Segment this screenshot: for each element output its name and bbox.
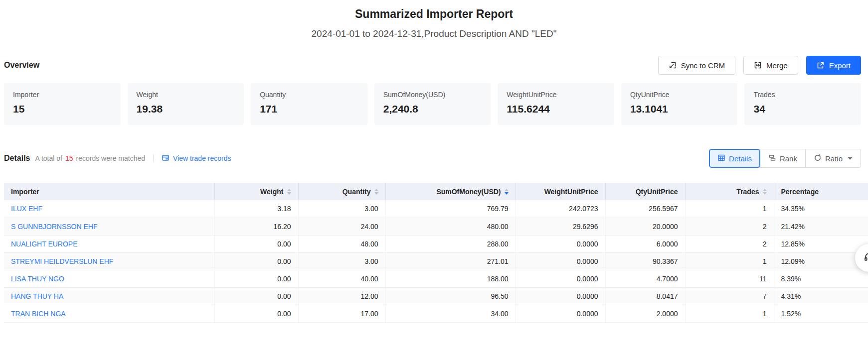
cell-quantity: 3.00 [298, 252, 385, 270]
cell-trades: 2 [685, 235, 774, 252]
importer-link[interactable]: STREYMI HEILDVERSLUN EHF [11, 257, 113, 265]
column-header-label: Weight [260, 188, 283, 196]
cell-importer: NUALIGHT EUROPE [4, 235, 214, 252]
column-header-label: Trades [736, 188, 759, 196]
column-header-qup: QtyUnitPrice [605, 183, 685, 200]
cell-qup: 8.0417 [605, 287, 685, 305]
column-header-label: Importer [11, 188, 39, 196]
table-grid-icon [717, 154, 725, 163]
cell-pct: 12.85% [774, 235, 868, 252]
column-header-label: Percentage [781, 188, 819, 196]
page: Summarized Importer Report 2024-01-01 to… [0, 0, 868, 323]
cell-importer: STREYMI HEILDVERSLUN EHF [4, 252, 214, 270]
stat-card: QtyUnitPrice13.1041 [621, 83, 738, 125]
cell-wup: 0.0000 [516, 287, 605, 305]
column-header-trades[interactable]: Trades [685, 183, 774, 200]
importer-link[interactable]: ILUX EHF [11, 205, 42, 213]
cell-trades: 7 [685, 287, 774, 305]
cell-wup: 0.0000 [516, 235, 605, 252]
tab-ratio[interactable]: Ratio [805, 149, 861, 167]
stats-row: Importer15Weight19.38Quantity171SumOfMon… [0, 83, 868, 125]
table-row: LISA THUY NGO0.0040.00188.000.00004.7000… [4, 270, 868, 287]
sort-carets-icon[interactable] [505, 189, 509, 195]
cell-sum: 288.00 [385, 235, 516, 252]
table-row: HANG THUY HA0.0012.0096.500.00008.041774… [4, 287, 868, 305]
ratio-refresh-icon [814, 154, 822, 163]
table-row: STREYMI HEILDVERSLUN EHF0.003.00271.010.… [4, 252, 868, 270]
table-row: S GUNNBJORNSSON EHF16.2024.00480.0029.62… [4, 218, 868, 235]
cell-weight: 0.00 [214, 287, 298, 305]
tab-rank[interactable]: Rank [760, 149, 805, 167]
details-heading: Details [4, 154, 30, 163]
sort-carets-icon[interactable] [287, 189, 291, 195]
export-label: Export [829, 61, 851, 70]
overview-heading: Overview [4, 61, 39, 70]
cell-importer: TRAN BICH NGA [4, 305, 214, 322]
cell-trades: 1 [685, 252, 774, 270]
sync-to-crm-button[interactable]: Sync to CRM [658, 56, 735, 75]
stat-label: Trades [753, 91, 852, 99]
vertical-divider [153, 154, 154, 162]
view-tab-group: Details Rank Ratio [709, 149, 861, 168]
export-button[interactable]: Export [806, 56, 861, 75]
tab-details-label: Details [729, 154, 752, 163]
cell-wup: 29.6296 [516, 218, 605, 235]
column-header-wup: WeightUnitPrice [516, 183, 605, 200]
tab-ratio-label: Ratio [825, 154, 843, 163]
cell-pct: 1.52% [774, 305, 868, 322]
sort-carets-icon[interactable] [763, 189, 767, 195]
column-header-label: QtyUnitPrice [636, 188, 678, 196]
tab-details[interactable]: Details [709, 149, 760, 167]
cell-trades: 1 [685, 200, 774, 218]
stat-label: QtyUnitPrice [630, 91, 729, 99]
importer-link[interactable]: HANG THUY HA [11, 292, 63, 300]
column-header-label: Quantity [343, 188, 371, 196]
sync-to-crm-icon [669, 61, 677, 69]
cell-qup: 4.7000 [605, 270, 685, 287]
table-body: ILUX EHF3.183.00769.79242.0723256.596713… [4, 200, 868, 322]
column-header-weight[interactable]: Weight [214, 183, 298, 200]
cell-quantity: 3.00 [298, 200, 385, 218]
sort-carets-icon[interactable] [374, 189, 378, 195]
cell-pct: 8.39% [774, 270, 868, 287]
table-row: ILUX EHF3.183.00769.79242.0723256.596713… [4, 200, 868, 218]
stat-label: Importer [13, 91, 112, 99]
merge-button[interactable]: Merge [743, 56, 798, 75]
column-header-importer: Importer [4, 183, 214, 200]
importer-link[interactable]: S GUNNBJORNSSON EHF [11, 223, 97, 231]
stat-card: SumOfMoney(USD)2,240.8 [374, 83, 491, 125]
stat-label: SumOfMoney(USD) [383, 91, 482, 99]
column-header-quantity[interactable]: Quantity [298, 183, 385, 200]
trade-records-window-icon [162, 154, 170, 163]
stat-card: Quantity171 [251, 83, 367, 125]
stat-value: 171 [260, 103, 358, 115]
overview-bar: Overview Sync to CRM Merge [0, 56, 868, 75]
cell-sum: 34.00 [385, 305, 516, 322]
total-prefix: A total of [35, 154, 62, 162]
cell-wup: 0.0000 [516, 305, 605, 322]
table-wrap: ImporterWeightQuantitySumOfMoney(USD)Wei… [4, 183, 868, 323]
cell-quantity: 24.00 [298, 218, 385, 235]
importer-link[interactable]: TRAN BICH NGA [11, 310, 66, 318]
table-row: NUALIGHT EUROPE0.0048.00288.000.00006.00… [4, 235, 868, 252]
stat-value: 19.38 [137, 103, 235, 115]
stat-card: Weight19.38 [128, 83, 244, 125]
stat-card: Trades34 [744, 83, 861, 125]
stat-value: 13.1041 [630, 103, 729, 115]
stat-label: Weight [137, 91, 235, 99]
importer-link[interactable]: LISA THUY NGO [11, 275, 64, 283]
column-header-sum[interactable]: SumOfMoney(USD) [385, 183, 516, 200]
cell-qup: 6.0000 [605, 235, 685, 252]
stat-value: 115.6244 [507, 103, 605, 115]
stat-label: WeightUnitPrice [507, 91, 605, 99]
cell-sum: 480.00 [385, 218, 516, 235]
column-header-label: WeightUnitPrice [544, 188, 598, 196]
cell-weight: 3.18 [214, 200, 298, 218]
importer-link[interactable]: NUALIGHT EUROPE [11, 240, 78, 248]
sync-to-crm-label: Sync to CRM [681, 61, 725, 70]
report-header: Summarized Importer Report 2024-01-01 to… [0, 0, 868, 39]
cell-quantity: 40.00 [298, 270, 385, 287]
headset-icon [864, 251, 868, 264]
view-trade-records-link[interactable]: View trade records [162, 154, 231, 163]
column-header-pct: Percentage [774, 183, 868, 200]
